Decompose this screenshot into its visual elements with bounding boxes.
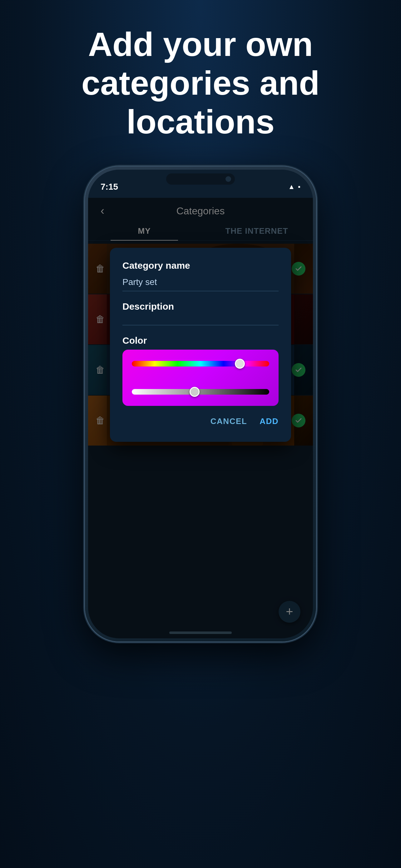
hue-slider-track bbox=[132, 361, 269, 367]
color-label: Color bbox=[123, 335, 278, 346]
phone-screen: 7:15 ▲ ▪ ‹ Categories bbox=[88, 170, 313, 638]
battery-icon: ▪ bbox=[298, 183, 300, 191]
category-name-label: Category name bbox=[123, 260, 278, 271]
description-label: Description bbox=[123, 301, 278, 312]
modal-overlay: Category name Party set Description Colo… bbox=[88, 198, 313, 638]
camera-icon bbox=[226, 176, 231, 182]
phone-outer: 7:15 ▲ ▪ ‹ Categories bbox=[85, 166, 316, 642]
description-input[interactable] bbox=[123, 316, 278, 325]
status-time: 7:15 bbox=[101, 182, 118, 192]
status-bar: 7:15 ▲ ▪ bbox=[88, 170, 313, 198]
modal-actions: CANCEL ADD bbox=[123, 413, 278, 429]
hue-slider-thumb[interactable] bbox=[235, 359, 245, 369]
color-picker[interactable] bbox=[123, 350, 278, 406]
saturation-slider-thumb[interactable] bbox=[190, 387, 200, 397]
status-icons: ▲ ▪ bbox=[288, 183, 300, 191]
category-name-input[interactable]: Party set bbox=[123, 275, 278, 291]
saturation-slider-track bbox=[132, 389, 269, 395]
notch-pill bbox=[166, 174, 235, 185]
hero-title: Add your own categories and locations bbox=[0, 0, 401, 160]
wifi-icon: ▲ bbox=[288, 183, 295, 191]
phone-mockup: 7:15 ▲ ▪ ‹ Categories bbox=[85, 166, 316, 642]
add-button[interactable]: ADD bbox=[260, 413, 278, 429]
add-category-modal: Category name Party set Description Colo… bbox=[110, 248, 291, 442]
screen-content: ‹ Categories MY THE INTERNET bbox=[88, 198, 313, 638]
cancel-button[interactable]: CANCEL bbox=[210, 413, 247, 429]
